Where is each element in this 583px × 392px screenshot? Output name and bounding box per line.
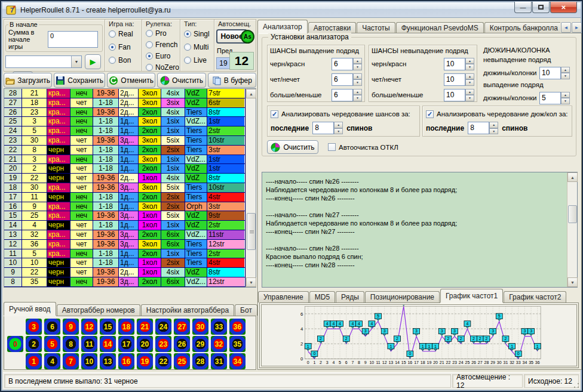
board-number-32[interactable]: 32 — [211, 336, 227, 352]
copy-to-buffer-button[interactable]: В буфер — [208, 73, 256, 88]
table-row[interactable]: 2821кра...неч19-362д...3кол4sixVdZ7str — [4, 89, 245, 98]
miss-row-2-value[interactable]: 10 — [444, 73, 465, 86]
radio-icon[interactable] — [146, 53, 153, 60]
scroll-down-icon[interactable]: ▼ — [246, 277, 256, 287]
chart-tab-3[interactable]: Ряды — [336, 291, 364, 303]
clear-button[interactable]: Очистить — [157, 73, 205, 88]
table-row[interactable]: 2330кра...чет19-363д...3кол5sixTiers10st… — [4, 136, 245, 146]
input-tab-4[interactable]: Бот — [235, 304, 257, 316]
alt-dozen-value[interactable]: 8 — [468, 122, 489, 134]
alt-dozen-checkbox[interactable]: ✓ — [426, 110, 434, 118]
board-number-30[interactable]: 30 — [192, 319, 208, 335]
roulette-option-nozero[interactable]: NoZero — [142, 61, 180, 73]
radio-icon[interactable] — [146, 41, 153, 48]
hit-row-1-value[interactable]: 6 — [332, 58, 353, 70]
table-row[interactable]: 835черннеч19-363д...2кол6sixVdZ...12str — [4, 277, 245, 287]
table-row[interactable]: 253кра...неч1-181д...3кол1sixVdZ...1str — [4, 117, 245, 126]
tab-scroll-left-icon[interactable]: ◄ — [561, 22, 571, 33]
table-row[interactable]: 1711черннеч1-181д...2кол2sixTiers4str — [4, 193, 245, 202]
spin-up-icon[interactable]: ▲ — [561, 92, 570, 98]
radio-icon[interactable] — [146, 64, 153, 71]
board-number-19[interactable]: 19 — [137, 353, 153, 369]
board-number-12[interactable]: 12 — [81, 319, 97, 335]
alt-chances-value[interactable]: 8 — [312, 122, 334, 134]
miss-row-3-value[interactable]: 10 — [444, 89, 465, 101]
chart-tab-5[interactable]: График частот1 — [440, 289, 503, 303]
input-tab-1[interactable]: Ручной ввод — [4, 302, 56, 316]
table-row[interactable]: 2718кра...чет1-182д...3кол3sixVdZ6str — [4, 98, 245, 108]
table-scrollbar-thumb[interactable] — [247, 213, 256, 250]
game-on-option-bon[interactable]: Bon — [105, 54, 142, 67]
spin-down-icon[interactable]: ▼ — [465, 79, 474, 86]
board-number-8[interactable]: 8 — [63, 336, 79, 352]
roulette-option-pro[interactable]: Pro — [142, 27, 180, 39]
spin-up-icon[interactable]: ▲ — [465, 73, 474, 80]
board-number-23[interactable]: 23 — [155, 336, 171, 352]
maximize-button[interactable] — [532, 2, 550, 13]
board-number-24[interactable]: 24 — [155, 319, 171, 335]
board-number-27[interactable]: 27 — [174, 319, 190, 335]
board-number-35[interactable]: 35 — [229, 336, 246, 352]
board-number-1[interactable]: 1 — [26, 353, 42, 369]
analyzer-clear-button[interactable]: Очистить — [267, 140, 318, 154]
analyzer-tab-4[interactable]: Функционал PsevdoMS — [396, 22, 484, 33]
table-row[interactable]: 144чернчет1-181д...1кол1sixVdZ2str — [4, 221, 245, 230]
input-tab-3[interactable]: Настройки автограббера — [141, 304, 234, 316]
save-button[interactable]: Сохранить — [54, 73, 105, 88]
analyzer-tab-2[interactable]: Автоставки — [308, 22, 357, 33]
table-row[interactable]: 2623кра...неч19-362д...2кол4sixTiers8str — [4, 108, 245, 118]
board-number-34[interactable]: 34 — [229, 353, 246, 369]
dozen-row-1-value[interactable]: 10 — [539, 67, 561, 79]
radio-icon[interactable] — [146, 30, 153, 37]
table-row[interactable]: 1332кра...чет19-363д...2кол6sixVdZ...11s… — [4, 230, 245, 240]
radio-icon[interactable] — [109, 57, 116, 64]
board-number-3[interactable]: 3 — [26, 319, 42, 335]
board-number-18[interactable]: 18 — [118, 319, 134, 335]
spin-up-icon[interactable]: ▲ — [489, 122, 498, 128]
log-scrollbar[interactable]: ▲ ▼ — [567, 172, 577, 287]
spin-up-icon[interactable]: ▲ — [353, 89, 362, 95]
spin-down-icon[interactable]: ▼ — [334, 128, 343, 135]
load-button[interactable]: Загрузить — [4, 73, 52, 88]
minimize-button[interactable]: — — [514, 2, 532, 13]
chart-tab-4[interactable]: Позиционирование — [365, 291, 440, 303]
radio-icon[interactable] — [184, 57, 191, 64]
board-number-15[interactable]: 15 — [100, 319, 116, 335]
scroll-up-icon[interactable]: ▲ — [567, 172, 578, 182]
table-row[interactable]: 228чернчет1-181д...2кол2sixTiers3str — [4, 146, 245, 155]
table-row[interactable]: 115кра...неч1-181д...2кол1sixTiers2str — [4, 249, 245, 259]
spin-up-icon[interactable]: ▲ — [465, 58, 474, 64]
spin-up-icon[interactable]: ▲ — [561, 67, 570, 73]
type-option-singl[interactable]: Singl — [180, 27, 214, 41]
miss-row-1-value[interactable]: 10 — [444, 58, 465, 70]
spin-up-icon[interactable]: ▲ — [465, 89, 474, 95]
table-row[interactable]: 245кра...неч1-181д...2кол1sixTiers2str — [4, 126, 245, 136]
board-number-28[interactable]: 28 — [192, 353, 208, 369]
input-tab-2[interactable]: Автограббер номеров — [57, 304, 140, 316]
alt-chances-checkbox[interactable]: ✓ — [271, 110, 278, 118]
board-number-33[interactable]: 33 — [211, 319, 227, 335]
board-number-16[interactable]: 16 — [118, 353, 134, 369]
table-row[interactable]: 169кра...неч1-181д...3кол2sixOrph3str — [4, 202, 245, 212]
table-row[interactable]: 1010чернчет1-181д...1кол2sixTiers4str — [4, 258, 245, 268]
type-option-live[interactable]: Live — [180, 54, 214, 67]
board-number-31[interactable]: 31 — [211, 353, 227, 369]
game-on-option-fan[interactable]: Fan — [105, 41, 142, 54]
radio-icon[interactable] — [109, 30, 116, 38]
board-number-5[interactable]: 5 — [44, 336, 60, 352]
game-on-option-real[interactable]: Real — [105, 27, 142, 41]
board-number-29[interactable]: 29 — [192, 336, 208, 352]
tab-scroll-right-icon[interactable]: ► — [572, 22, 582, 33]
spin-down-icon[interactable]: ▼ — [465, 95, 474, 101]
board-number-36[interactable]: 36 — [229, 319, 246, 335]
resize-grip[interactable] — [573, 382, 579, 388]
board-number-21[interactable]: 21 — [137, 319, 153, 335]
close-button[interactable]: ✕ — [550, 2, 577, 13]
spin-up-icon[interactable]: ▲ — [353, 73, 362, 80]
chart-tab-2[interactable]: MD5 — [309, 291, 335, 303]
board-number-10[interactable]: 10 — [81, 353, 97, 369]
spin-up-icon[interactable]: ▲ — [334, 122, 343, 128]
roulette-option-euro[interactable]: Euro — [142, 50, 180, 61]
chart-tab-6[interactable]: График частот2 — [504, 291, 566, 303]
board-number-22[interactable]: 22 — [155, 353, 171, 369]
